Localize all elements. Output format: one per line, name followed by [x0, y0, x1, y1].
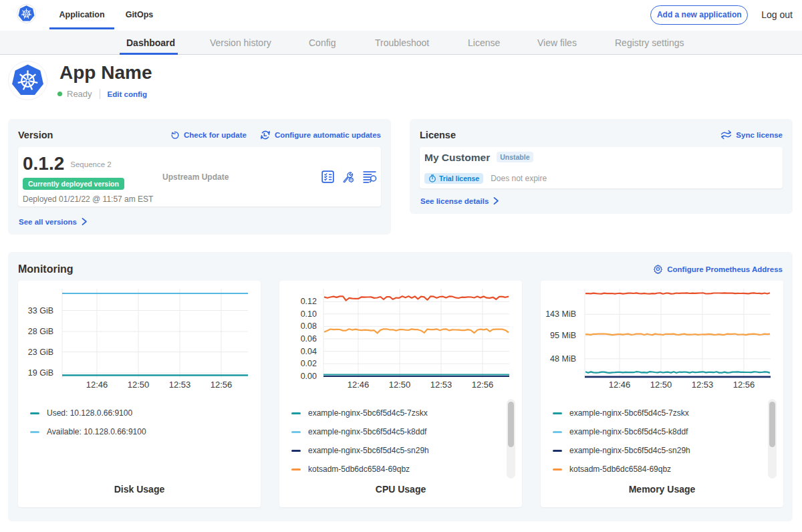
svg-text:23 GiB: 23 GiB [28, 348, 53, 357]
svg-text:12:46: 12:46 [609, 380, 631, 390]
svg-text:48 MiB: 48 MiB [550, 354, 576, 364]
svg-text:12:53: 12:53 [169, 380, 191, 390]
svg-text:12:50: 12:50 [128, 380, 150, 390]
svg-text:0.00: 0.00 [301, 372, 317, 381]
svg-text:12:56: 12:56 [733, 380, 755, 390]
svg-text:19 GiB: 19 GiB [28, 368, 53, 378]
svg-text:12:56: 12:56 [472, 380, 494, 390]
svg-text:28 GiB: 28 GiB [28, 327, 53, 336]
svg-text:12:50: 12:50 [389, 380, 411, 390]
svg-text:12:46: 12:46 [86, 380, 108, 390]
svg-text:0.10: 0.10 [301, 309, 317, 319]
svg-text:12:50: 12:50 [650, 380, 672, 390]
svg-text:33 GiB: 33 GiB [28, 306, 53, 315]
svg-text:0.08: 0.08 [301, 321, 317, 331]
svg-text:12:53: 12:53 [430, 380, 452, 390]
svg-text:143 MiB: 143 MiB [545, 309, 576, 319]
svg-text:0.04: 0.04 [301, 347, 317, 356]
svg-text:12:56: 12:56 [211, 380, 233, 390]
svg-text:0.02: 0.02 [301, 359, 317, 368]
svg-text:12:46: 12:46 [348, 380, 370, 390]
svg-text:95 MiB: 95 MiB [550, 331, 576, 340]
svg-text:0.06: 0.06 [301, 334, 317, 344]
svg-text:12:53: 12:53 [692, 380, 714, 390]
svg-text:0.12: 0.12 [301, 297, 317, 306]
